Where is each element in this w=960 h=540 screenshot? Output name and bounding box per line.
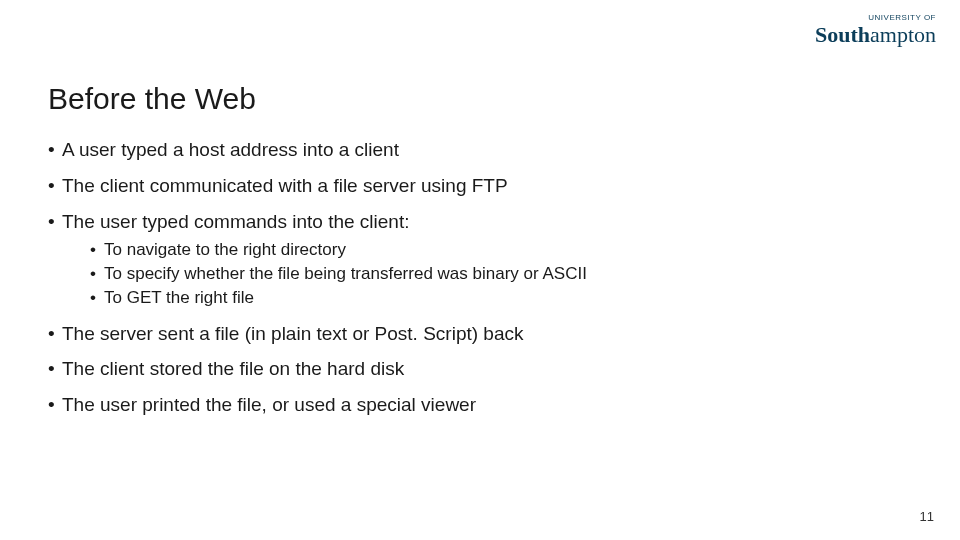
logo-name-rest: ampton	[870, 22, 936, 47]
slide-title: Before the Web	[48, 82, 256, 116]
bullet-item: The user printed the file, or used a spe…	[48, 393, 912, 417]
bullet-item: A user typed a host address into a clien…	[48, 138, 912, 162]
bullet-text: The client stored the file on the hard d…	[62, 358, 404, 379]
bullet-list: A user typed a host address into a clien…	[48, 138, 912, 417]
bullet-item: The client stored the file on the hard d…	[48, 357, 912, 381]
sub-bullet-item: To GET the right file	[90, 287, 912, 309]
bullet-text: A user typed a host address into a clien…	[62, 139, 399, 160]
logo-name-bold: South	[815, 22, 870, 47]
bullet-item: The server sent a file (in plain text or…	[48, 322, 912, 346]
slide-content: A user typed a host address into a clien…	[48, 138, 912, 429]
sub-bullet-item: To specify whether the file being transf…	[90, 263, 912, 285]
bullet-item: The user typed commands into the client:…	[48, 210, 912, 310]
sub-bullet-list: To navigate to the right directory To sp…	[62, 239, 912, 309]
bullet-text: The user printed the file, or used a spe…	[62, 394, 476, 415]
logo-name: Southampton	[815, 24, 936, 46]
bullet-text: The client communicated with a file serv…	[62, 175, 508, 196]
sub-bullet-item: To navigate to the right directory	[90, 239, 912, 261]
bullet-item: The client communicated with a file serv…	[48, 174, 912, 198]
bullet-text: The user typed commands into the client:	[62, 211, 409, 232]
bullet-text: The server sent a file (in plain text or…	[62, 323, 523, 344]
university-logo: UNIVERSITY OF Southampton	[815, 14, 936, 46]
logo-tagline: UNIVERSITY OF	[815, 14, 936, 22]
page-number: 11	[920, 509, 934, 524]
